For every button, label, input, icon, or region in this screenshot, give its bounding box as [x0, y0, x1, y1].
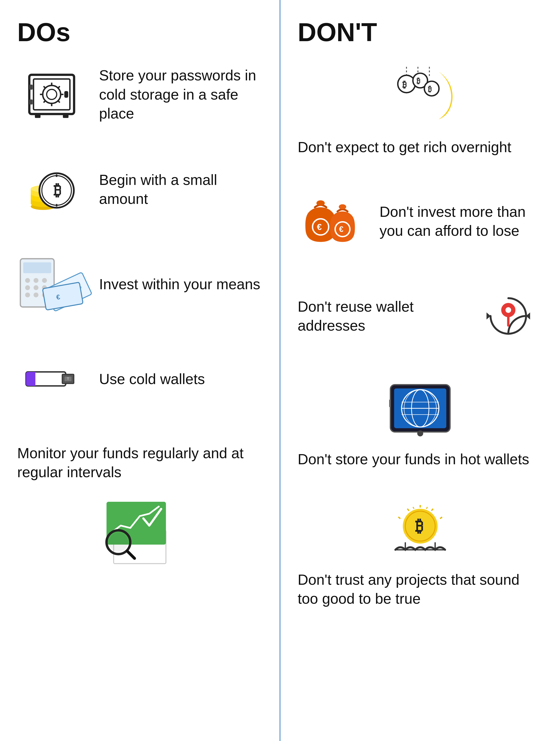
donts-item-reuse-addresses: Don't reuse wallet addresses	[298, 286, 543, 346]
dos-item-small-amount-text: Begin with a small amount	[99, 170, 262, 208]
donts-item-hot-wallets: Don't store your funds in hot wallets	[298, 381, 543, 469]
svg-rect-13	[35, 113, 41, 118]
svg-rect-12	[64, 91, 68, 97]
dos-item-cold-wallets: Use cold wallets	[17, 349, 262, 409]
donts-item-too-good: ₿ Don't trust any projects that sound to…	[298, 503, 543, 608]
svg-point-38	[25, 292, 30, 297]
svg-text:₿: ₿	[428, 85, 431, 93]
svg-point-39	[33, 292, 38, 297]
svg-point-61	[109, 533, 128, 551]
svg-point-84	[505, 307, 511, 313]
svg-point-72	[424, 81, 439, 96]
dos-item-cold-wallets-text: Use cold wallets	[99, 369, 205, 388]
donts-item-rich-overnight: ₿ ₿ ₿ Don't expect to get rich overnight	[298, 64, 543, 156]
donts-item-hot-wallets-text: Don't store your funds in hot wallets	[298, 450, 529, 469]
donts-item-reuse-addresses-text: Don't reuse wallet addresses	[298, 297, 461, 335]
svg-line-11	[44, 100, 46, 103]
dos-item-small-amount: ₿ Begin with a small amount	[17, 159, 262, 219]
dos-item-store-passwords-text: Store your passwords in cold storage in …	[99, 66, 262, 123]
svg-line-101	[413, 507, 414, 509]
svg-rect-31	[23, 262, 51, 273]
svg-text:₿: ₿	[402, 79, 407, 89]
svg-point-75	[316, 200, 325, 206]
svg-text:₿: ₿	[54, 182, 61, 199]
svg-point-34	[42, 278, 47, 283]
svg-rect-94	[389, 400, 391, 407]
svg-point-93	[417, 431, 423, 437]
svg-text:€: €	[317, 222, 322, 232]
svg-line-98	[398, 517, 400, 519]
donts-title: DON'T	[298, 17, 543, 47]
bitcoin-trap-icon: ₿	[298, 503, 543, 561]
svg-text:₿: ₿	[416, 77, 420, 85]
svg-line-10	[58, 86, 60, 88]
svg-point-32	[25, 278, 30, 283]
calculator-icon: € €	[17, 254, 86, 314]
svg-line-99	[440, 517, 442, 519]
donts-item-invest-more: € € Don't invest more than you can affor…	[298, 191, 543, 251]
svg-rect-14	[63, 113, 69, 118]
svg-line-100	[426, 507, 427, 509]
dos-item-monitor-funds-text: Monitor your funds regularly and at regu…	[17, 444, 262, 482]
dos-item-invest-means: € € Invest within your means	[17, 254, 262, 314]
bags-icon: € €	[298, 191, 367, 251]
pin-icon	[474, 286, 543, 346]
tablet-icon	[298, 381, 543, 441]
svg-rect-16	[29, 99, 33, 104]
svg-line-8	[44, 86, 46, 88]
svg-line-97	[407, 509, 409, 511]
chart-icon	[99, 495, 181, 563]
usb-icon	[17, 349, 86, 409]
svg-text:€: €	[339, 225, 343, 234]
dos-item-monitor-funds: Monitor your funds regularly and at regu…	[17, 444, 262, 563]
main-container: DOs	[0, 0, 560, 741]
dos-column: DOs	[0, 0, 281, 741]
svg-point-33	[33, 278, 38, 283]
coins-icon: ₿	[17, 159, 86, 219]
svg-point-35	[25, 285, 30, 290]
moon-icon: ₿ ₿ ₿	[298, 64, 543, 129]
safe-icon	[17, 64, 86, 125]
donts-item-invest-more-text: Don't invest more than you can afford to…	[380, 202, 543, 240]
dos-item-invest-means-text: Invest within your means	[99, 275, 260, 293]
dos-title: DOs	[17, 17, 262, 47]
donts-column: DON'T ₿ ₿	[281, 0, 560, 741]
svg-line-96	[431, 509, 433, 511]
dos-item-store-passwords: Store your passwords in cold storage in …	[17, 64, 262, 125]
svg-point-3	[47, 89, 57, 99]
donts-item-too-good-text: Don't trust any projects that sound too …	[298, 570, 543, 608]
svg-point-78	[339, 204, 346, 209]
svg-rect-54	[33, 372, 35, 386]
svg-line-9	[58, 100, 60, 103]
svg-point-36	[33, 285, 38, 290]
donts-item-rich-overnight-text: Don't expect to get rich overnight	[298, 137, 511, 156]
svg-text:₿: ₿	[415, 517, 423, 535]
svg-rect-15	[29, 85, 33, 90]
